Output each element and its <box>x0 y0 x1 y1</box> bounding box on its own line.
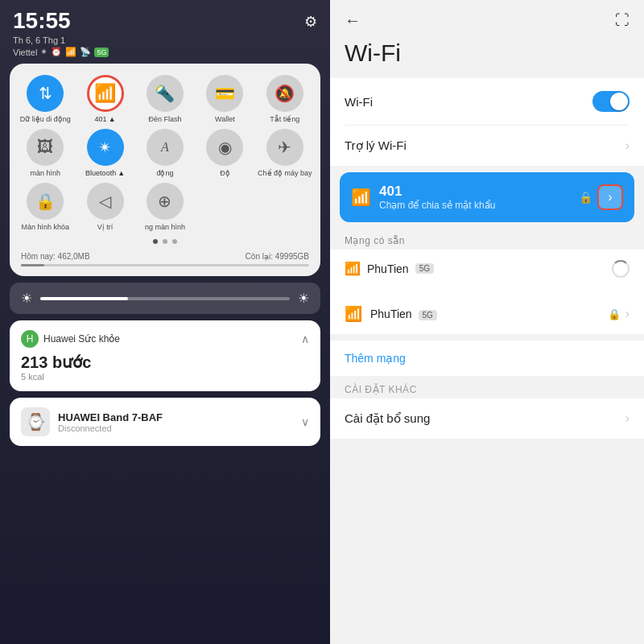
wifi-signal-indicator: ▲ <box>109 115 116 123</box>
wifi-toggle-row[interactable]: Wi-Fi <box>345 78 630 126</box>
screen-label: màn hình <box>30 169 60 178</box>
dot-indicator <box>18 239 312 244</box>
quick-item-bluetooth[interactable]: ✴ Bluetooth ▲ <box>77 129 132 178</box>
wifi-icon-status: 📡 <box>80 47 91 57</box>
band-icon-symbol: ⌚ <box>26 412 46 431</box>
band-left: ⌚ HUAWEI Band 7-BAF Disconnected <box>21 407 163 436</box>
quick-item-lockscreen[interactable]: 🔒 Màn hình khóa <box>18 183 72 232</box>
health-icon: H <box>21 330 39 348</box>
wifi-toggle-label: Wi-Fi <box>345 95 373 109</box>
connected-sub-text: Chạm để chia sẻ mật khẩu <box>379 200 571 211</box>
flash-btn[interactable]: 🔦 <box>147 75 184 112</box>
flash-icon: 🔦 <box>155 84 175 103</box>
silent-btn[interactable]: 🔕 <box>266 75 303 112</box>
health-header: H Huawei Sức khỏe ∧ <box>21 330 309 348</box>
silent-icon: 🔕 <box>275 84 295 103</box>
storage-left: Còn lại: 49995GB <box>246 252 309 261</box>
airplane-label: Chế độ máy bay <box>258 169 312 178</box>
brightness-row[interactable]: ☀ ☀ <box>10 283 320 314</box>
carrier-label: Viettel <box>13 47 37 57</box>
wifi-network-name: 401 <box>95 115 107 123</box>
mobile-data-btn[interactable]: ⇅ <box>27 75 64 112</box>
bluetooth-btn[interactable]: ✴ <box>87 129 124 166</box>
do-icon: ◉ <box>218 138 232 157</box>
location-label: Vị trí <box>97 223 114 232</box>
dot-3 <box>172 239 177 244</box>
lockscreen-btn[interactable]: 🔒 <box>27 183 64 220</box>
assistant-chevron-icon: › <box>625 138 630 153</box>
quick-item-silent[interactable]: 🔕 Tắt tiếng <box>258 75 312 124</box>
airplane-btn[interactable]: ✈ <box>266 129 303 166</box>
quick-item-screen2[interactable]: ⊕ ng màn hình <box>138 183 192 232</box>
wifi-assistant-row[interactable]: Trợ lý Wi-Fi › <box>345 126 630 166</box>
brightness-low-icon: ☀ <box>21 291 32 306</box>
other-setting-row[interactable]: Cài đặt bổ sung › <box>330 398 644 439</box>
connected-arrow-button[interactable]: › <box>597 184 623 210</box>
wifi-page-title: Wi-Fi <box>330 36 644 78</box>
quick-panel: ⇅ Dữ liệu di động 📶 401 ▲ 🔦 Đèn Flash <box>10 64 320 276</box>
do-btn[interactable]: ◉ <box>206 129 243 166</box>
quick-item-wifi[interactable]: 📶 401 ▲ <box>77 75 132 124</box>
bluetooth-icon: ✴ <box>98 138 112 157</box>
quick-item-wallet[interactable]: 💳 Wallet <box>197 75 252 124</box>
quick-item-auto[interactable]: A động <box>138 129 192 178</box>
quick-item-flash[interactable]: 🔦 Đèn Flash <box>138 75 192 124</box>
auto-icon: A <box>161 140 169 155</box>
other-section-header: CÀI ĐẶT KHÁC <box>330 376 644 398</box>
wallet-btn[interactable]: 💳 <box>206 75 243 112</box>
storage-today: Hôm nay: 462,0MB <box>21 252 90 261</box>
storage-bar: Hôm nay: 462,0MB Còn lại: 49995GB <box>18 249 312 262</box>
quick-item-do[interactable]: ◉ Độ <box>197 129 252 178</box>
silent-label: Tắt tiếng <box>270 115 299 124</box>
band-status: Disconnected <box>58 423 163 433</box>
left-panel: 15:55 ⚙ Th 6, 6 Thg 1 Viettel ✴ ⏰ 📶 📡 5G… <box>0 0 330 644</box>
auto-label: động <box>156 169 173 178</box>
status-bar: 15:55 ⚙ <box>0 0 330 35</box>
network-chevron-icon: › <box>625 307 630 321</box>
quick-item-mobile-data[interactable]: ⇅ Dữ liệu di động <box>18 75 72 124</box>
clock: 15:55 <box>13 10 71 32</box>
auto-btn[interactable]: A <box>147 129 184 166</box>
steps-count: 213 bước <box>21 353 309 372</box>
phutien-name: PhuTien <box>367 262 409 275</box>
status-icons: Viettel ✴ ⏰ 📶 📡 5G <box>0 47 330 64</box>
health-title-row: H Huawei Sức khỏe <box>21 330 120 348</box>
connected-right: 🔒 › <box>579 184 623 210</box>
phutien-wifi-icon: 📶 <box>345 261 361 276</box>
day-label: Th 6, 6 Thg 1 <box>0 35 330 47</box>
quick-item-location[interactable]: ◁ Vị trí <box>77 183 132 232</box>
other-setting-chevron-icon: › <box>625 411 630 426</box>
wifi-btn[interactable]: 📶 <box>87 75 124 112</box>
wifi-toggle[interactable] <box>592 91 630 112</box>
quick-item-screen[interactable]: 🖼 màn hình <box>18 129 72 178</box>
connected-network-name: 401 <box>379 184 571 200</box>
add-network-button[interactable]: Thêm mạng <box>330 341 644 376</box>
other-setting-label: Cài đặt bổ sung <box>345 411 430 426</box>
health-card[interactable]: H Huawei Sức khỏe ∧ 213 bước 5 kcal <box>10 320 320 391</box>
connected-network-card[interactable]: 📶 401 Chạm để chia sẻ mật khẩu 🔒 › <box>340 172 634 222</box>
screen-btn[interactable]: 🖼 <box>27 129 64 166</box>
band-card[interactable]: ⌚ HUAWEI Band 7-BAF Disconnected ∨ <box>10 398 320 446</box>
expand-button[interactable]: ⛶ <box>615 12 630 29</box>
brightness-track[interactable] <box>40 297 290 300</box>
screen2-btn[interactable]: ⊕ <box>147 183 184 220</box>
storage-progress <box>21 264 309 266</box>
wallet-label: Wallet <box>215 115 235 124</box>
connected-wifi-icon: 📶 <box>351 188 371 207</box>
lockscreen-icon: 🔒 <box>35 192 56 211</box>
mobile-data-label: Dữ liệu di động <box>20 115 71 124</box>
screen2-icon: ⊕ <box>158 192 171 211</box>
flash-label: Đèn Flash <box>148 115 181 124</box>
gear-icon[interactable]: ⚙ <box>304 13 317 31</box>
screen2-label: ng màn hình <box>145 223 185 232</box>
bluetooth-indicator: ▲ <box>118 169 125 177</box>
network-row-phutien[interactable]: 📶 PhuTien 5G 🔒 › <box>330 294 644 334</box>
storage-fill <box>21 264 44 266</box>
lockscreen-label: Màn hình khóa <box>21 223 69 232</box>
location-btn[interactable]: ◁ <box>87 183 124 220</box>
wifi-header: ← ⛶ <box>330 0 644 36</box>
quick-item-airplane[interactable]: ✈ Chế độ máy bay <box>258 129 312 178</box>
back-button[interactable]: ← <box>345 11 361 30</box>
mobile-data-icon: ⇅ <box>39 84 52 103</box>
wallet-icon: 💳 <box>215 84 235 103</box>
